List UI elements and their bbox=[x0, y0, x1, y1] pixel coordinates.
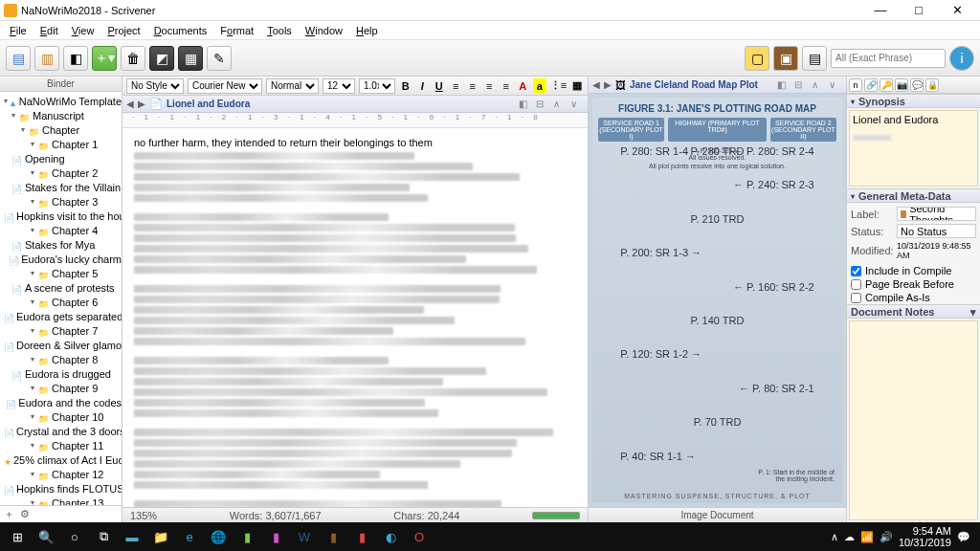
binder-item[interactable]: Opening bbox=[0, 151, 122, 165]
binder-item[interactable]: ▾Chapter 11 bbox=[0, 438, 122, 452]
menu-tools[interactable]: Tools bbox=[261, 23, 298, 38]
nav-down-button[interactable]: ∨ bbox=[570, 99, 584, 109]
tb-app-3[interactable]: ▮ bbox=[262, 525, 289, 548]
binder-item[interactable]: ▾Chapter 5 bbox=[0, 266, 122, 280]
binder-item[interactable]: Hopkins visit to the house bbox=[0, 209, 122, 223]
variant-select[interactable]: Normal bbox=[266, 78, 319, 94]
add-button[interactable]: ＋▾ bbox=[92, 46, 117, 71]
tray-cloud-icon[interactable]: ☁ bbox=[844, 531, 855, 543]
binder-item[interactable]: ▾Chapter bbox=[0, 122, 122, 137]
menu-file[interactable]: File bbox=[4, 23, 33, 38]
binder-toggle-button[interactable]: ▤ bbox=[6, 46, 31, 71]
bold-button[interactable]: B bbox=[399, 78, 412, 94]
menu-format[interactable]: Format bbox=[214, 23, 259, 38]
binder-item[interactable]: Crystal and the 3 doors bbox=[0, 424, 122, 438]
ref-nav-fwd[interactable]: ▶ bbox=[604, 79, 612, 90]
binder-item[interactable]: ▾Chapter 12 bbox=[0, 467, 122, 481]
binder-item[interactable]: Eudora's lucky charm bbox=[0, 252, 122, 266]
collections-button[interactable]: ▥ bbox=[34, 46, 59, 71]
meta-header[interactable]: ▾General Meta-Data bbox=[847, 188, 980, 203]
close-button[interactable]: ✕ bbox=[938, 3, 976, 17]
ref-split-h[interactable]: ◧ bbox=[777, 79, 791, 90]
tb-app-1[interactable]: ▬ bbox=[119, 525, 145, 548]
synopsis-header[interactable]: ▾Synopsis bbox=[847, 94, 980, 108]
text-color-button[interactable]: A bbox=[517, 78, 530, 94]
binder-item[interactable]: ▾Chapter 4 bbox=[0, 223, 122, 237]
binder-item[interactable]: ▾Chapter 9 bbox=[0, 381, 122, 395]
maximize-button[interactable]: □ bbox=[900, 3, 938, 17]
outliner-button[interactable]: ▦ bbox=[178, 46, 203, 71]
trash-button[interactable]: 🗑 bbox=[121, 46, 145, 71]
reference-body[interactable]: FIGURE 3.1: JANE'S PLOTTING ROAD MAP SER… bbox=[589, 94, 846, 507]
align-right-button[interactable]: ≡ bbox=[483, 78, 497, 94]
zoom-select[interactable]: 1.0x bbox=[359, 78, 395, 94]
meta-label-select[interactable]: Second Thoughts bbox=[897, 207, 976, 221]
meta-status-select[interactable]: No Status bbox=[897, 224, 976, 238]
insp-tab-comments[interactable]: 💬 bbox=[910, 78, 924, 92]
binder-gear-icon[interactable]: ⚙ bbox=[20, 508, 30, 520]
split-h-button[interactable]: ◧ bbox=[519, 99, 532, 109]
tb-opera[interactable]: O bbox=[406, 525, 433, 548]
view-mode-3[interactable]: ▤ bbox=[802, 46, 827, 71]
search-input[interactable] bbox=[831, 49, 946, 68]
include-compile-check[interactable]: Include in Compile bbox=[847, 264, 980, 277]
menu-help[interactable]: Help bbox=[350, 23, 384, 38]
list-button[interactable]: ⋮≡ bbox=[550, 78, 568, 94]
ref-nav-back[interactable]: ◀ bbox=[592, 79, 600, 90]
editor-body[interactable]: no further harm, they intended to return… bbox=[122, 128, 588, 507]
cortana-button[interactable]: ○ bbox=[61, 525, 88, 548]
binder-item[interactable]: Eudora gets separated bbox=[0, 309, 122, 323]
tray-notif-icon[interactable]: 💬 bbox=[957, 531, 970, 543]
insp-tab-keywords[interactable]: 🔑 bbox=[880, 78, 893, 92]
binder-item[interactable]: ▾Chapter 3 bbox=[0, 194, 122, 209]
tb-explorer[interactable]: 📁 bbox=[147, 525, 174, 548]
tb-app-4[interactable]: ▮ bbox=[320, 525, 346, 548]
insp-tab-lock[interactable]: 🔒 bbox=[925, 78, 939, 92]
binder-item[interactable]: Eudora is drugged bbox=[0, 366, 122, 381]
search-button[interactable]: 🔍 bbox=[33, 525, 59, 548]
binder-tree[interactable]: ▾NaNoWriMo Template▾Manuscript▾Chapter▾C… bbox=[0, 92, 122, 505]
zoom-label[interactable]: 135% bbox=[130, 510, 157, 521]
font-select[interactable]: Courier New bbox=[188, 78, 262, 94]
insp-tab-refs[interactable]: 🔗 bbox=[864, 78, 878, 92]
layout-button[interactable]: ◧ bbox=[63, 46, 88, 71]
view-mode-2[interactable]: ▣ bbox=[773, 46, 798, 71]
tb-app-5[interactable]: ▮ bbox=[348, 525, 375, 548]
highlight-button[interactable]: a bbox=[533, 78, 546, 94]
style-select[interactable]: No Style bbox=[126, 78, 184, 94]
menu-view[interactable]: View bbox=[66, 23, 100, 38]
binder-item[interactable]: ▾Chapter 10 bbox=[0, 409, 122, 424]
system-tray[interactable]: ∧ ☁ 📶 🔊 9:54 AM 10/31/2019 💬 bbox=[831, 525, 976, 548]
binder-item[interactable]: Doreen & Silver glamour bbox=[0, 338, 122, 352]
binder-item[interactable]: A scene of protests bbox=[0, 280, 122, 295]
binder-item[interactable]: 25% climax of Act I Eudo… bbox=[0, 452, 122, 467]
binder-item[interactable]: ▾Chapter 1 bbox=[0, 137, 122, 151]
corkboard-button[interactable]: ◩ bbox=[149, 46, 174, 71]
nav-fwd-button[interactable]: ▶ bbox=[138, 99, 145, 109]
align-left-button[interactable]: ≡ bbox=[450, 78, 463, 94]
binder-item[interactable]: ▾Manuscript bbox=[0, 108, 122, 122]
table-button[interactable]: ▦ bbox=[571, 78, 585, 94]
binder-item[interactable]: ▾Chapter 2 bbox=[0, 165, 122, 180]
underline-button[interactable]: U bbox=[433, 78, 446, 94]
nav-up-button[interactable]: ∧ bbox=[553, 99, 567, 109]
document-notes-box[interactable] bbox=[849, 320, 978, 520]
binder-item[interactable]: ▾Chapter 6 bbox=[0, 295, 122, 309]
minimize-button[interactable]: — bbox=[861, 3, 900, 17]
align-justify-button[interactable]: ≡ bbox=[500, 78, 513, 94]
binder-item[interactable]: ▾Chapter 8 bbox=[0, 352, 122, 366]
ref-nav-up[interactable]: ∧ bbox=[812, 79, 825, 90]
binder-item[interactable]: ▾Chapter 7 bbox=[0, 323, 122, 338]
tb-chrome[interactable]: 🌐 bbox=[205, 525, 232, 548]
binder-item[interactable]: Eudora and the codes bbox=[0, 395, 122, 409]
tb-word[interactable]: W bbox=[291, 525, 318, 548]
binder-item[interactable]: ▾NaNoWriMo Template bbox=[0, 94, 122, 108]
ref-split-v[interactable]: ⊟ bbox=[794, 79, 808, 90]
binder-item[interactable]: Stakes for the Villain bbox=[0, 180, 122, 194]
notes-header[interactable]: Document Notes▾ bbox=[847, 304, 980, 319]
align-center-button[interactable]: ≡ bbox=[466, 78, 479, 94]
menu-project[interactable]: Project bbox=[101, 23, 145, 38]
tb-app-6[interactable]: ◐ bbox=[377, 525, 404, 548]
binder-item[interactable]: ▾Chapter 13 bbox=[0, 496, 122, 505]
menu-edit[interactable]: Edit bbox=[34, 23, 64, 38]
